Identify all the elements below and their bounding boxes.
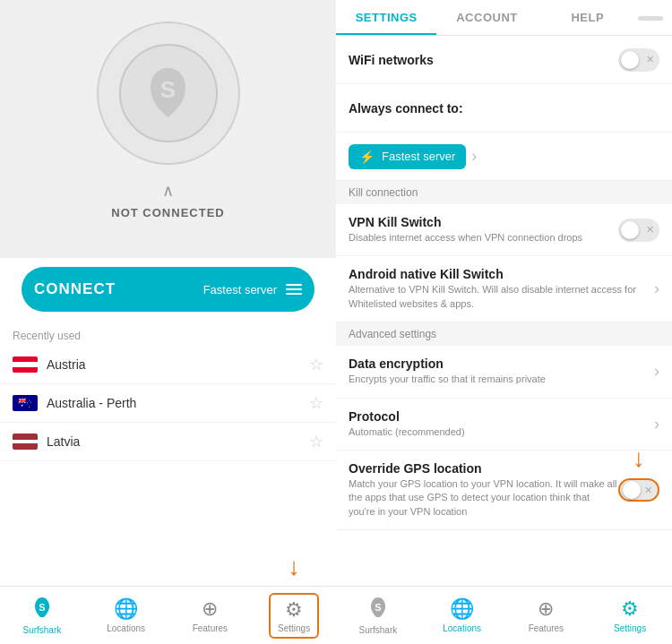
chevron-up-icon[interactable]: ∧: [162, 181, 174, 201]
server-list: Austria ☆ 🇦🇺 Australia - Perth ☆ Latvia …: [0, 346, 336, 586]
surfshark-icon: S: [31, 596, 53, 623]
toggle-knob: [621, 221, 639, 239]
android-kill-switch-item[interactable]: Android native Kill Switch Alternative t…: [336, 256, 672, 322]
settings-icon: ⚙: [285, 598, 303, 622]
list-item[interactable]: 🇦🇺 Australia - Perth ☆: [0, 384, 336, 423]
settings-item-content: Protocol Automatic (recommended): [349, 409, 649, 439]
protocol-title: Protocol: [349, 409, 649, 424]
nav-label-features: Features: [193, 623, 228, 633]
menu-icon[interactable]: [286, 284, 302, 295]
settings-item-content: Override GPS location Match your GPS loc…: [349, 461, 618, 519]
chevron-right-icon: ›: [654, 362, 659, 381]
nav-item-features-right[interactable]: ⊕ Features: [504, 587, 589, 644]
connection-status: NOT CONNECTED: [111, 206, 224, 219]
circle-inner: S: [119, 44, 218, 142]
gps-toggle[interactable]: ✕: [618, 478, 659, 502]
tab-help[interactable]: HELP: [538, 2, 638, 35]
svg-text:S: S: [39, 602, 45, 613]
favorite-icon[interactable]: ☆: [309, 432, 323, 451]
toggle-off-icon: ✕: [646, 224, 654, 236]
fastest-server-chip-label: Fastest server: [382, 150, 455, 163]
top-tabs: SETTINGS ACCOUNT HELP: [336, 0, 672, 36]
favorite-icon[interactable]: ☆: [309, 355, 323, 374]
list-item[interactable]: Latvia ☆: [0, 423, 336, 461]
toggle-off-icon: ✕: [646, 54, 654, 65]
protocol-item[interactable]: Protocol Automatic (recommended) ›: [336, 399, 672, 451]
right-panel: SETTINGS ACCOUNT HELP WiFi networks ✕ Al…: [336, 0, 672, 644]
fastest-server-label: Fastest server: [203, 283, 277, 296]
android-kill-switch-subtitle: Alternative to VPN Kill Switch. Will als…: [349, 283, 649, 311]
locations-icon: 🌐: [114, 597, 138, 621]
settings-wifi-networks[interactable]: WiFi networks ✕: [336, 36, 672, 84]
nav-label-surfshark: Surfshark: [22, 625, 61, 635]
recently-used-label: Recently used: [0, 321, 336, 346]
nav-label-locations: Locations: [107, 623, 145, 633]
vpn-circle-area: S ∧ NOT CONNECTED: [0, 0, 336, 258]
austria-flag: [13, 356, 38, 373]
svg-text:S: S: [375, 602, 381, 613]
chevron-right-icon: ›: [471, 147, 477, 166]
connect-bar[interactable]: CONNECT Fastest server: [22, 267, 314, 312]
settings-item-content: Data encryption Encrypts your traffic so…: [349, 356, 649, 386]
circle-outer: S: [97, 21, 240, 165]
features-icon: ⊕: [202, 597, 218, 621]
favorite-icon[interactable]: ☆: [309, 393, 323, 413]
override-gps-subtitle: Match your GPS location to your VPN loca…: [349, 477, 618, 519]
kill-switch-toggle[interactable]: ✕: [618, 219, 659, 242]
data-encryption-item[interactable]: Data encryption Encrypts your traffic so…: [336, 346, 672, 398]
settings-item-content: VPN Kill Switch Disables internet access…: [349, 215, 618, 245]
always-connect-label: Always connect to:: [336, 84, 672, 133]
surfshark-icon-right: S: [367, 596, 389, 623]
surfshark-logo-icon: S: [143, 64, 193, 122]
vpn-kill-switch-subtitle: Disables internet access when VPN connec…: [349, 231, 618, 245]
wifi-toggle[interactable]: ✕: [618, 48, 659, 72]
always-connect-title: Always connect to:: [349, 101, 463, 116]
arrow-down-settings: ↓: [288, 553, 300, 581]
latvia-flag: [13, 434, 38, 450]
left-panel: S ∧ NOT CONNECTED CONNECT Fastest server…: [0, 0, 336, 644]
toggle-knob: [621, 51, 639, 69]
gps-toggle-container: ↓ ✕: [618, 478, 659, 502]
connect-button-label: CONNECT: [34, 280, 116, 298]
server-name: Austria: [47, 357, 309, 372]
advanced-settings-header: Advanced settings: [336, 322, 672, 346]
tab-account[interactable]: ACCOUNT: [436, 2, 537, 35]
nav-item-locations[interactable]: 🌐 Locations: [84, 587, 168, 644]
android-kill-switch-title: Android native Kill Switch: [349, 267, 649, 281]
data-encryption-subtitle: Encrypts your traffic so that it remains…: [349, 373, 649, 386]
features-icon-right: ⊕: [538, 597, 554, 621]
nav-label-settings-right: Settings: [614, 623, 646, 633]
nav-item-locations-right[interactable]: 🌐 Locations: [420, 587, 504, 644]
nav-item-features[interactable]: ⊕ Features: [168, 587, 253, 644]
settings-item-content: Android native Kill Switch Alternative t…: [349, 267, 649, 311]
vpn-kill-switch-item[interactable]: VPN Kill Switch Disables internet access…: [336, 204, 672, 256]
nav-label-features-right: Features: [529, 623, 564, 633]
settings-scroll[interactable]: WiFi networks ✕ Always connect to: ⚡ Fas…: [336, 36, 672, 586]
tab-settings[interactable]: SETTINGS: [336, 2, 436, 35]
chevron-right-icon: ›: [654, 415, 659, 434]
protocol-subtitle: Automatic (recommended): [349, 425, 649, 439]
bottom-nav-left: S Surfshark 🌐 Locations ⊕ Features ⚙ Set…: [0, 586, 336, 644]
arrow-down-gps-toggle: ↓: [633, 444, 645, 473]
nav-label-settings: Settings: [278, 623, 310, 633]
locations-icon-right: 🌐: [450, 597, 474, 621]
fastest-server-chip[interactable]: ⚡ Fastest server: [349, 144, 466, 169]
list-item[interactable]: Austria ☆: [0, 346, 336, 384]
nav-label-surfshark-right: Surfshark: [358, 625, 397, 635]
wifi-networks-title: WiFi networks: [349, 53, 618, 67]
chevron-right-icon: ›: [654, 279, 659, 298]
australia-flag: 🇦🇺: [13, 395, 38, 411]
svg-text:S: S: [160, 76, 176, 103]
server-name: Australia - Perth: [47, 396, 309, 410]
server-name: Latvia: [47, 434, 309, 449]
nav-item-surfshark-right[interactable]: S Surfshark: [336, 587, 420, 644]
override-gps-item[interactable]: Override GPS location Match your GPS loc…: [336, 451, 672, 530]
settings-icon-right: ⚙: [621, 597, 639, 621]
toggle-knob: [623, 481, 641, 499]
nav-item-settings-right[interactable]: ⚙ Settings: [588, 587, 672, 644]
nav-item-settings[interactable]: ⚙ Settings ↓: [252, 587, 336, 644]
fastest-server-item[interactable]: ⚡ Fastest server ›: [336, 133, 672, 181]
settings-item-content: WiFi networks: [349, 53, 618, 67]
kill-connection-header: Kill connection: [336, 181, 672, 204]
nav-item-surfshark[interactable]: S Surfshark: [0, 587, 84, 644]
